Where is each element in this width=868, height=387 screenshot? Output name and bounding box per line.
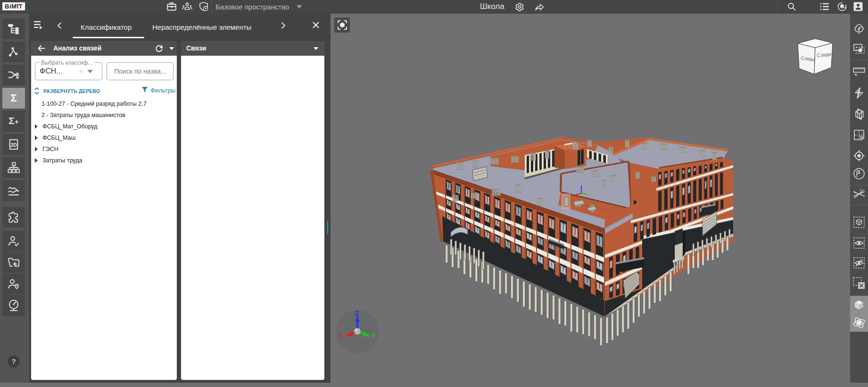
svg-text:Y: Y <box>372 332 376 339</box>
svg-text:1: 1 <box>854 190 856 194</box>
svg-text:Z: Z <box>355 310 359 317</box>
svg-text:X: X <box>339 332 344 340</box>
svg-text:2: 2 <box>860 188 861 192</box>
svg-text:2D: 2D <box>10 142 17 148</box>
